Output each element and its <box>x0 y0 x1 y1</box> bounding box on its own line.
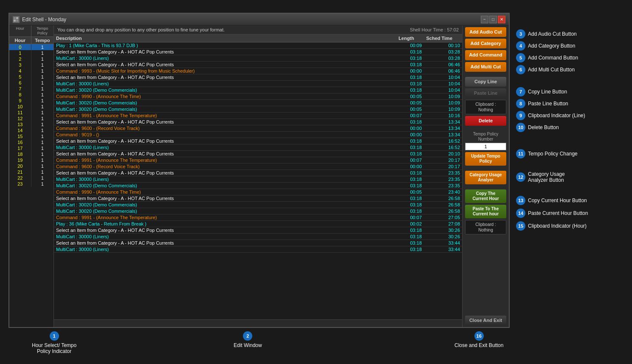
clipboard-line-indicator: Clipboard :Nothing <box>465 100 506 114</box>
table-row[interactable]: MultiCart : 30000 (Liners) 03:18 16:52 <box>54 144 462 151</box>
row-description: Select an Item from Category - A - HOT A… <box>54 227 392 233</box>
titlebar: Edit Shell - Monday − □ ✕ <box>9 14 509 25</box>
table-row[interactable]: MultiCart : 30000 (Liners) 03:18 30:26 <box>54 234 462 240</box>
row-length: 00:05 <box>392 189 424 195</box>
category-usage-analyzer-button[interactable]: Category UsageAnalyer <box>465 171 506 184</box>
hour-row[interactable]: 161 <box>9 139 54 145</box>
table-row[interactable]: MultiCart : 30000 (Liners) 03:18 03:28 <box>54 55 462 62</box>
table-row[interactable]: Command : 9600 - (Record Voice Track) 00… <box>54 164 462 170</box>
table-row[interactable]: Command : 9990 - (Announce The Time) 00:… <box>54 93 462 100</box>
table-row[interactable]: Select an Item from Category - A - HOT A… <box>54 170 462 176</box>
maximize-button[interactable]: □ <box>489 16 497 23</box>
horizontal-scrollbar[interactable] <box>54 319 462 327</box>
table-row[interactable]: Command : 9993 - (Music Slot for Importi… <box>54 68 462 74</box>
table-row[interactable]: Command : 9600 - (Record Voice Track) 00… <box>54 125 462 132</box>
table-row[interactable]: Play : 1 (Mike Carta - This is 93.7 DJB … <box>54 42 462 49</box>
hour-row[interactable]: 41 <box>9 68 54 74</box>
table-row[interactable]: Command : 9019 - () 00:00 13:34 <box>54 132 462 138</box>
table-row[interactable]: MultiCart : 30000 (Liners) 03:18 33:44 <box>54 246 462 253</box>
table-row[interactable]: MultiCart : 30020 (Demo Commercials) 03:… <box>54 87 462 93</box>
hour-row[interactable]: 221 <box>9 175 54 181</box>
row-length: 03:18 <box>392 240 424 246</box>
table-row[interactable]: Select an Item from Category - A - HOT A… <box>54 74 462 81</box>
add-multi-cut-button[interactable]: Add Multi Cut <box>465 62 506 72</box>
table-row[interactable]: Select an Item from Category - A - HOT A… <box>54 151 462 157</box>
window-close-button[interactable]: ✕ <box>498 16 505 23</box>
row-length: 03:18 <box>392 74 424 80</box>
table-row[interactable]: Select an Item from Category - A - HOT A… <box>54 119 462 125</box>
table-row[interactable]: Play : 36 (Mike Carta - Return From Brea… <box>54 221 462 227</box>
table-row[interactable]: Command : 9991 - (Announce The Temperatu… <box>54 214 462 221</box>
hour-row[interactable]: 71 <box>9 86 54 92</box>
hour-row[interactable]: 131 <box>9 121 54 127</box>
app-icon <box>13 16 20 23</box>
table-row[interactable]: Select an Item from Category - A - HOT A… <box>54 138 462 144</box>
hour-tempo: 1 <box>31 44 54 50</box>
row-sched-time: 23:35 <box>424 183 462 189</box>
hour-rows[interactable]: 0111213141516171819110111112113114115116… <box>9 44 54 327</box>
table-row[interactable]: Command : 9990 - (Announce The Time) 00:… <box>54 189 462 195</box>
hour-col-header: Hour <box>9 37 31 44</box>
hour-row[interactable]: 81 <box>9 92 54 98</box>
hour-tempo: 1 <box>31 127 54 133</box>
clipboard-line-label: Clipboard :Nothing <box>467 102 504 113</box>
copy-current-hour-button[interactable]: Copy TheCurrent Hour <box>465 189 506 203</box>
hour-row[interactable]: 211 <box>9 169 54 175</box>
hour-row[interactable]: 101 <box>9 104 54 110</box>
hour-row[interactable]: 61 <box>9 80 54 86</box>
table-row[interactable]: MultiCart : 30000 (Liners) 03:18 10:04 <box>54 81 462 87</box>
add-command-button[interactable]: Add Command <box>465 50 506 60</box>
hour-tempo: 1 <box>31 139 54 145</box>
update-tempo-policy-button[interactable]: Update TempoPolicy <box>465 152 506 166</box>
row-sched-time: 10:04 <box>424 87 462 93</box>
add-category-button[interactable]: Add Category <box>465 39 506 48</box>
add-audio-cut-button[interactable]: Add Audio Cut <box>465 27 506 37</box>
table-row[interactable]: MultiCart : 30020 (Demo Commercials) 03:… <box>54 183 462 189</box>
table-row[interactable]: MultiCart : 30020 (Demo Commercials) 00:… <box>54 106 462 113</box>
table-row[interactable]: Select an Item from Category - A - HOT A… <box>54 62 462 68</box>
table-row[interactable]: MultiCart : 30020 (Demo Commercials) 03:… <box>54 208 462 214</box>
close-and-exit-button[interactable]: Close And Exit <box>465 316 506 325</box>
row-sched-time: 13:34 <box>424 132 462 138</box>
table-row[interactable]: MultiCart : 30020 (Demo Commercials) 00:… <box>54 100 462 106</box>
table-row[interactable]: Select an Item from Category - A - HOT A… <box>54 240 462 246</box>
tempo-policy-input[interactable] <box>465 143 506 150</box>
hour-row[interactable]: 151 <box>9 133 54 139</box>
table-row[interactable]: MultiCart : 30000 (Liners) 03:18 23:35 <box>54 176 462 183</box>
svg-rect-2 <box>14 20 16 22</box>
table-row[interactable]: Select an Item from Category - A - HOT A… <box>54 227 462 234</box>
hour-tempo: 1 <box>31 163 54 169</box>
hour-row[interactable]: 191 <box>9 157 54 163</box>
hour-row[interactable]: 201 <box>9 163 54 169</box>
table-row[interactable]: Command : 9991 - (Announce The Temperatu… <box>54 157 462 164</box>
hour-row[interactable]: 181 <box>9 151 54 157</box>
hour-row[interactable]: 121 <box>9 116 54 121</box>
hour-number: 4 <box>9 68 31 74</box>
paste-line-button[interactable]: Paste Line <box>465 88 506 98</box>
copy-line-button[interactable]: Copy Line <box>465 77 506 87</box>
hour-row[interactable]: 21 <box>9 56 54 62</box>
paste-current-hour-button[interactable]: Paste To TheCurrent hour <box>465 205 506 218</box>
edit-window[interactable]: Play : 1 (Mike Carta - This is 93.7 DJB … <box>54 42 462 319</box>
hour-row[interactable]: 231 <box>9 181 54 187</box>
row-sched-time: 10:09 <box>424 106 462 112</box>
hour-row[interactable]: 51 <box>9 74 54 80</box>
minimize-button[interactable]: − <box>481 16 488 23</box>
table-row[interactable]: Select an Item from Category - A - HOT A… <box>54 195 462 202</box>
hour-number: 20 <box>9 163 31 169</box>
hour-tempo: 1 <box>31 74 54 80</box>
annotation-12: 12 Category UsageAnalyzer Button <box>516 171 588 183</box>
hour-row[interactable]: 171 <box>9 145 54 151</box>
hour-row[interactable]: 111 <box>9 110 54 116</box>
annotation-10: 10 Delete Button <box>516 123 588 132</box>
hour-row[interactable]: 31 <box>9 62 54 68</box>
hour-tempo: 1 <box>31 50 54 56</box>
hour-row[interactable]: 141 <box>9 127 54 133</box>
table-row[interactable]: Select an Item from Category - A - HOT A… <box>54 49 462 55</box>
hour-row[interactable]: 11 <box>9 50 54 56</box>
table-row[interactable]: Command : 9991 - (Announce The Temperatu… <box>54 113 462 119</box>
hour-row[interactable]: 91 <box>9 98 54 104</box>
table-row[interactable]: MultiCart : 30020 (Demo Commercials) 03:… <box>54 202 462 208</box>
hour-row[interactable]: 01 <box>9 44 54 50</box>
delete-button[interactable]: Delete <box>465 116 506 126</box>
